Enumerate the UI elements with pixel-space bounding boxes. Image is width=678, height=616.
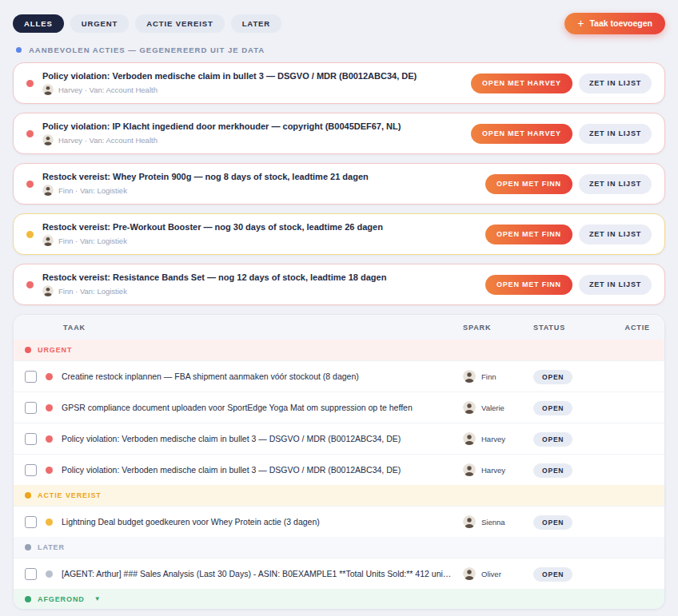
avatar-icon bbox=[463, 515, 476, 528]
task-text: GPSR compliance document uploaden voor S… bbox=[62, 403, 422, 412]
recommendation-card[interactable]: Restock vereist: Whey Protein 900g — nog… bbox=[13, 163, 665, 205]
status-cell: OPEN bbox=[533, 462, 615, 478]
status-badge: OPEN bbox=[533, 401, 572, 415]
spark-name: Valerie bbox=[481, 403, 505, 412]
put-in-list-button[interactable]: ZET IN LIJST bbox=[579, 124, 652, 144]
table-section-header: URGENT bbox=[14, 340, 664, 360]
card-main: Restock vereist: Resistance Bands Set — … bbox=[42, 272, 485, 296]
chevron-down-icon: ▼ bbox=[94, 595, 102, 602]
card-meta: Harvey · Van: Account Health bbox=[42, 134, 461, 145]
table-row[interactable]: Policy violation: Verboden medische clai… bbox=[14, 454, 664, 485]
filter-pill[interactable]: LATER bbox=[231, 14, 281, 33]
open-with-spark-button[interactable]: OPEN MET HARVEY bbox=[471, 124, 572, 144]
table-row[interactable]: GPSR compliance document uploaden voor S… bbox=[14, 391, 664, 423]
toolbar: ALLES URGENT ACTIE VEREIST LATER + Taak … bbox=[13, 13, 665, 34]
priority-dot-icon bbox=[46, 519, 53, 526]
card-actions: OPEN MET FINN ZET IN LIJST bbox=[485, 275, 652, 295]
filter-pill[interactable]: ACTIE VEREIST bbox=[135, 14, 225, 33]
put-in-list-button[interactable]: ZET IN LIJST bbox=[579, 275, 652, 295]
put-in-list-button[interactable]: ZET IN LIJST bbox=[579, 74, 652, 93]
spark-cell: Harvey bbox=[463, 463, 533, 476]
task-checkbox[interactable] bbox=[25, 371, 37, 383]
task-text: Lightning Deal budget goedkeuren voor Wh… bbox=[62, 517, 329, 527]
status-badge: OPEN bbox=[533, 463, 572, 478]
card-actions: OPEN MET HARVEY ZET IN LIJST bbox=[471, 74, 652, 93]
filter-pill[interactable]: URGENT bbox=[70, 14, 130, 33]
spark-name: Oliver bbox=[481, 570, 501, 578]
task-checkbox[interactable] bbox=[25, 402, 37, 414]
task-checkbox[interactable] bbox=[25, 433, 37, 445]
status-badge: OPEN bbox=[533, 370, 572, 384]
table-row[interactable]: Policy violation: Verboden medische clai… bbox=[14, 423, 664, 454]
table-row[interactable]: Lightning Deal budget goedkeuren voor Wh… bbox=[14, 506, 664, 537]
open-with-spark-button[interactable]: OPEN MET FINN bbox=[485, 174, 572, 194]
open-with-spark-button[interactable]: OPEN MET FINN bbox=[485, 275, 572, 295]
status-cell: OPEN bbox=[533, 431, 615, 447]
card-actions: OPEN MET FINN ZET IN LIJST bbox=[485, 174, 652, 194]
severity-dot-icon bbox=[26, 181, 34, 188]
task-text: Creatine restock inplannen — FBA shipmen… bbox=[62, 372, 369, 381]
add-task-button[interactable]: + Taak toevoegen bbox=[564, 13, 665, 34]
card-main: Policy violation: Verboden medische clai… bbox=[42, 71, 471, 95]
card-meta: Harvey · Van: Account Health bbox=[42, 84, 461, 95]
severity-dot-icon bbox=[26, 130, 34, 137]
put-in-list-button[interactable]: ZET IN LIJST bbox=[579, 174, 652, 194]
recommendation-card[interactable]: Restock vereist: Pre-Workout Booster — n… bbox=[13, 213, 665, 255]
priority-dot-icon bbox=[46, 373, 53, 380]
avatar-icon bbox=[42, 285, 54, 296]
priority-dot-icon bbox=[46, 467, 53, 474]
avatar-icon bbox=[42, 84, 54, 95]
priority-dot-icon bbox=[46, 570, 53, 578]
avatar-icon bbox=[42, 235, 54, 246]
table-row[interactable]: Creatine restock inplannen — FBA shipmen… bbox=[14, 360, 664, 391]
avatar-icon bbox=[463, 401, 476, 414]
task-text: Policy violation: Verboden medische clai… bbox=[62, 434, 410, 443]
priority-dot-icon bbox=[46, 435, 53, 443]
status-cell: OPEN bbox=[533, 514, 615, 530]
task-cell: Creatine restock inplannen — FBA shipmen… bbox=[14, 371, 463, 383]
task-text: Policy violation: Verboden medische clai… bbox=[62, 465, 410, 475]
section-dot-icon bbox=[25, 544, 31, 550]
recommendation-card[interactable]: Policy violation: Verboden medische clai… bbox=[13, 62, 665, 104]
table-section-header: ACTIE VEREIST bbox=[14, 485, 664, 506]
severity-dot-icon bbox=[26, 231, 34, 238]
section-label: URGENT bbox=[38, 346, 72, 354]
afgerond-label: AFGEROND bbox=[38, 595, 85, 603]
card-title: Restock vereist: Whey Protein 900g — nog… bbox=[42, 172, 476, 181]
card-meta-label: Finn · Van: Logistiek bbox=[58, 287, 127, 296]
put-in-list-button[interactable]: ZET IN LIJST bbox=[579, 225, 652, 244]
avatar-icon bbox=[42, 134, 54, 145]
task-checkbox[interactable] bbox=[25, 568, 37, 580]
section-label: LATER bbox=[38, 543, 65, 551]
card-actions: OPEN MET FINN ZET IN LIJST bbox=[485, 225, 652, 244]
add-task-label: Taak toevoegen bbox=[589, 18, 652, 28]
section-dot-icon bbox=[25, 347, 31, 353]
section-dot-icon bbox=[25, 492, 31, 499]
task-checkbox[interactable] bbox=[25, 464, 37, 476]
filter-pill[interactable]: ALLES bbox=[13, 14, 64, 33]
afgerond-section-toggle[interactable]: AFGEROND ▼ bbox=[14, 589, 664, 609]
open-with-spark-button[interactable]: OPEN MET HARVEY bbox=[471, 74, 572, 93]
spark-cell: Harvey bbox=[463, 432, 533, 445]
severity-dot-icon bbox=[26, 281, 34, 288]
severity-dot-icon bbox=[26, 80, 34, 87]
table-row[interactable]: [AGENT: Arthur] ### Sales Analysis (Last… bbox=[14, 558, 664, 589]
task-text: [AGENT: Arthur] ### Sales Analysis (Last… bbox=[62, 569, 463, 578]
status-badge: OPEN bbox=[533, 567, 572, 582]
recommendation-card[interactable]: Policy violation: IP Klacht ingediend do… bbox=[13, 113, 665, 154]
blue-dot-icon bbox=[16, 47, 22, 53]
card-title: Policy violation: IP Klacht ingediend do… bbox=[42, 121, 461, 131]
column-header-spark: SPARK bbox=[463, 324, 533, 332]
card-main: Policy violation: IP Klacht ingediend do… bbox=[42, 121, 471, 145]
card-meta: Finn · Van: Logistiek bbox=[42, 285, 476, 296]
card-title: Restock vereist: Resistance Bands Set — … bbox=[42, 272, 476, 282]
column-header-status: STATUS bbox=[533, 324, 615, 332]
avatar-icon bbox=[463, 370, 476, 383]
spark-name: Harvey bbox=[481, 435, 505, 443]
open-with-spark-button[interactable]: OPEN MET FINN bbox=[485, 225, 572, 244]
recommendation-card[interactable]: Restock vereist: Resistance Bands Set — … bbox=[13, 264, 665, 305]
task-checkbox[interactable] bbox=[25, 516, 37, 528]
card-meta: Finn · Van: Logistiek bbox=[42, 185, 476, 196]
card-title: Restock vereist: Pre-Workout Booster — n… bbox=[42, 222, 476, 232]
task-cell: Lightning Deal budget goedkeuren voor Wh… bbox=[14, 516, 463, 528]
